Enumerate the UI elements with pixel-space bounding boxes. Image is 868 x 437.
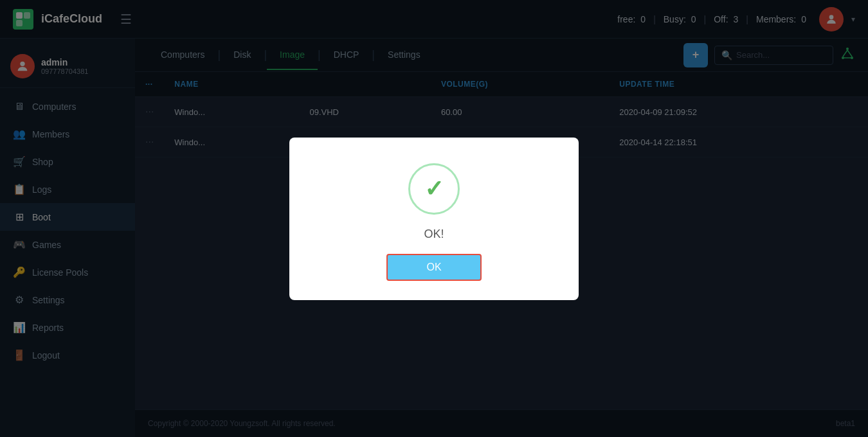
checkmark-icon: ✓ bbox=[424, 175, 444, 202]
modal-overlay: ✓ OK! OK bbox=[0, 0, 868, 437]
success-circle: ✓ bbox=[408, 163, 460, 215]
modal-ok-button[interactable]: OK bbox=[386, 254, 481, 281]
modal-message: OK! bbox=[424, 227, 444, 241]
modal-box: ✓ OK! OK bbox=[289, 138, 579, 300]
